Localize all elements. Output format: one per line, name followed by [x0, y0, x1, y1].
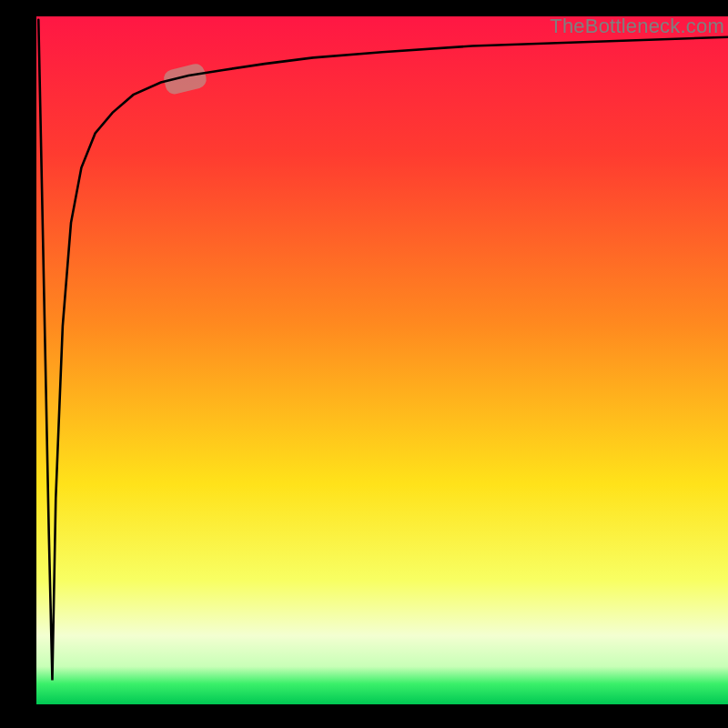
- chart-frame: TheBottleneck.com: [0, 0, 728, 728]
- svg-rect-0: [36, 16, 728, 704]
- plot-area: TheBottleneck.com: [36, 16, 728, 704]
- background-gradient: [36, 16, 728, 704]
- watermark-text: TheBottleneck.com: [550, 16, 724, 38]
